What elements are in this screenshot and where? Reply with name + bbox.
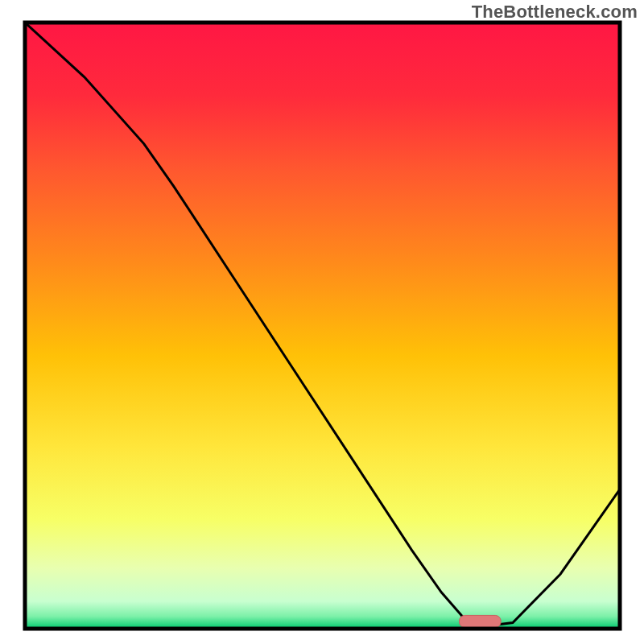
bottleneck-chart — [0, 0, 644, 644]
optimal-marker — [459, 615, 501, 627]
chart-frame: TheBottleneck.com — [0, 0, 644, 644]
watermark-text: TheBottleneck.com — [472, 2, 638, 23]
gradient-background — [25, 23, 620, 629]
